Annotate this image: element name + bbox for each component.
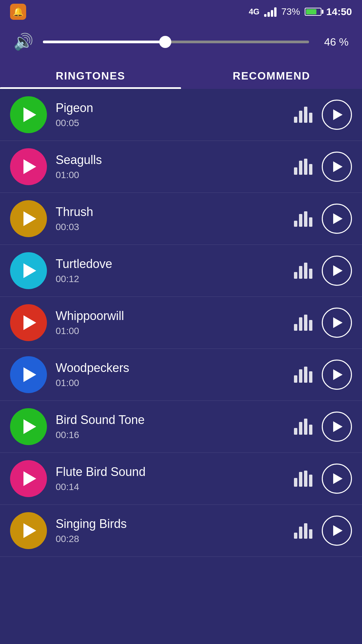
play-triangle-icon	[23, 263, 36, 278]
item-actions	[294, 516, 352, 546]
item-name: Turtledove	[56, 257, 285, 271]
item-info: Flute Bird Sound 00:14	[56, 465, 285, 492]
item-info: Whippoorwill 01:00	[56, 309, 285, 336]
signal-icon	[264, 7, 277, 17]
item-name: Thrush	[56, 205, 285, 219]
item-info: Bird Sound Tone 00:16	[56, 413, 285, 440]
item-actions	[294, 464, 352, 494]
equalizer-icon	[294, 471, 312, 487]
list-item: Whippoorwill 01:00	[0, 297, 362, 349]
play-circle-6[interactable]	[10, 356, 47, 393]
item-actions	[294, 152, 352, 182]
volume-slider[interactable]	[43, 41, 309, 43]
equalizer-icon	[294, 211, 312, 227]
item-name: Bird Sound Tone	[56, 413, 285, 427]
item-info: Pigeon 00:05	[56, 101, 285, 128]
play-btn-triangle-icon	[333, 473, 343, 484]
play-button-9[interactable]	[322, 516, 352, 546]
item-name: Flute Bird Sound	[56, 465, 285, 479]
tab-bar: RINGTONES RECOMMEND	[0, 60, 362, 89]
volume-percent: 46 %	[318, 36, 349, 48]
play-button-8[interactable]	[322, 464, 352, 494]
item-info: Woodpeckers 01:00	[56, 361, 285, 388]
network-type: 4G	[249, 7, 259, 16]
play-circle-8[interactable]	[10, 460, 47, 497]
item-duration: 01:00	[56, 326, 285, 336]
play-btn-triangle-icon	[333, 369, 343, 380]
play-triangle-icon	[23, 367, 36, 382]
list-item: Woodpeckers 01:00	[0, 349, 362, 401]
list-item: Turtledove 00:12	[0, 245, 362, 297]
item-name: Seagulls	[56, 153, 285, 167]
battery-percent: 73%	[281, 6, 300, 17]
item-actions	[294, 204, 352, 234]
play-btn-triangle-icon	[333, 421, 343, 432]
clock: 14:50	[326, 6, 352, 17]
volume-icon: 🔊	[13, 33, 34, 51]
equalizer-icon	[294, 315, 312, 331]
play-button-6[interactable]	[322, 360, 352, 390]
play-triangle-icon	[23, 419, 36, 434]
ringtone-list: Pigeon 00:05 Seagulls 01:00	[0, 89, 362, 557]
item-name: Pigeon	[56, 101, 285, 115]
battery-icon	[305, 8, 321, 16]
item-info: Singing Birds 00:28	[56, 517, 285, 544]
equalizer-icon	[294, 263, 312, 279]
tab-recommend[interactable]: RECOMMEND	[181, 60, 362, 89]
item-actions	[294, 308, 352, 338]
item-duration: 00:05	[56, 118, 285, 128]
play-circle-9[interactable]	[10, 512, 47, 549]
item-info: Seagulls 01:00	[56, 153, 285, 180]
item-actions	[294, 412, 352, 442]
play-triangle-icon	[23, 523, 36, 538]
play-btn-triangle-icon	[333, 213, 343, 224]
list-item: Thrush 00:03	[0, 193, 362, 245]
list-item: Flute Bird Sound 00:14	[0, 453, 362, 505]
play-button-1[interactable]	[322, 100, 352, 130]
play-btn-triangle-icon	[333, 317, 343, 328]
play-circle-4[interactable]	[10, 252, 47, 289]
play-btn-triangle-icon	[333, 525, 343, 536]
play-circle-7[interactable]	[10, 408, 47, 445]
item-duration: 00:03	[56, 222, 285, 232]
item-duration: 01:00	[56, 378, 285, 388]
play-button-3[interactable]	[322, 204, 352, 234]
item-duration: 00:28	[56, 534, 285, 544]
play-button-5[interactable]	[322, 308, 352, 338]
play-button-4[interactable]	[322, 256, 352, 286]
item-info: Turtledove 00:12	[56, 257, 285, 284]
play-triangle-icon	[23, 159, 36, 174]
item-info: Thrush 00:03	[56, 205, 285, 232]
play-btn-triangle-icon	[333, 161, 343, 172]
equalizer-icon	[294, 419, 312, 435]
play-btn-triangle-icon	[333, 109, 343, 120]
play-circle-2[interactable]	[10, 148, 47, 185]
play-circle-5[interactable]	[10, 304, 47, 341]
tab-ringtones[interactable]: RINGTONES	[0, 60, 181, 89]
play-circle-1[interactable]	[10, 96, 47, 133]
notification-icon: 🔔	[10, 4, 26, 20]
equalizer-icon	[294, 367, 312, 383]
list-item: Singing Birds 00:28	[0, 505, 362, 557]
play-triangle-icon	[23, 107, 36, 122]
equalizer-icon	[294, 107, 312, 123]
play-triangle-icon	[23, 211, 36, 226]
item-name: Whippoorwill	[56, 309, 285, 323]
status-right: 4G 73% 14:50	[249, 6, 352, 17]
list-item: Seagulls 01:00	[0, 141, 362, 193]
item-name: Singing Birds	[56, 517, 285, 531]
play-btn-triangle-icon	[333, 265, 343, 276]
item-duration: 00:16	[56, 430, 285, 440]
item-duration: 00:14	[56, 482, 285, 492]
equalizer-icon	[294, 523, 312, 539]
play-button-2[interactable]	[322, 152, 352, 182]
list-item: Bird Sound Tone 00:16	[0, 401, 362, 453]
item-duration: 00:12	[56, 274, 285, 284]
item-actions	[294, 360, 352, 390]
status-bar: 🔔 4G 73% 14:50	[0, 0, 362, 23]
play-button-7[interactable]	[322, 412, 352, 442]
item-duration: 01:00	[56, 170, 285, 180]
item-actions	[294, 100, 352, 130]
play-triangle-icon	[23, 315, 36, 330]
play-circle-3[interactable]	[10, 200, 47, 237]
